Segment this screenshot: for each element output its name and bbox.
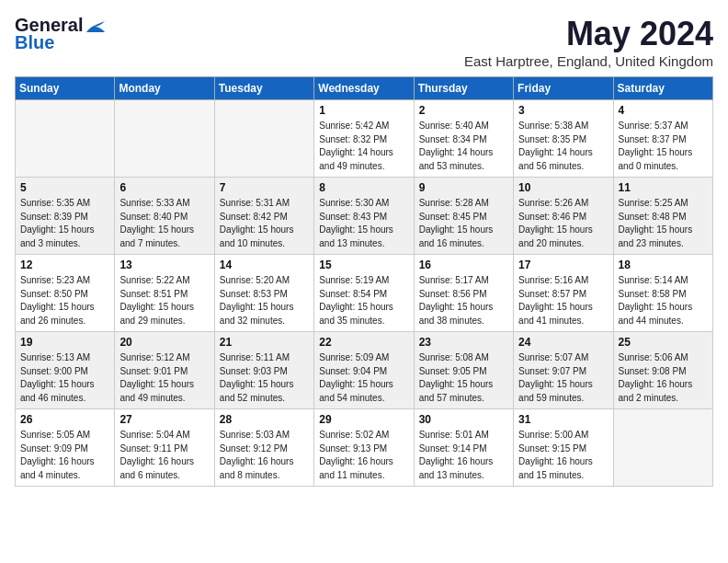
title-block: May 2024 East Harptree, England, United …: [464, 15, 713, 69]
header-saturday: Saturday: [613, 77, 712, 100]
day-number: 30: [419, 413, 508, 426]
calendar-week-row: 5Sunrise: 5:35 AMSunset: 8:39 PMDaylight…: [16, 178, 713, 255]
calendar-cell: [115, 100, 214, 178]
sunset-text: Sunset: 9:03 PM: [220, 365, 309, 379]
sunrise-text: Sunrise: 5:08 AM: [419, 351, 508, 365]
cell-continuation-text: and 49 minutes.: [319, 160, 408, 174]
day-number: 19: [20, 336, 109, 349]
day-number: 15: [319, 259, 408, 271]
daylight-label: Daylight: 15 hours: [518, 301, 608, 315]
daylight-label: Daylight: 15 hours: [119, 378, 209, 392]
day-number: 28: [220, 413, 309, 426]
cell-continuation-text: and 0 minutes.: [619, 160, 708, 174]
sunset-text: Sunset: 9:14 PM: [419, 442, 508, 456]
cell-continuation-text: and 2 minutes.: [619, 392, 708, 406]
calendar-cell: 8Sunrise: 5:30 AMSunset: 8:43 PMDaylight…: [314, 178, 414, 255]
sunset-text: Sunset: 9:09 PM: [20, 442, 109, 456]
calendar-cell: 10Sunrise: 5:26 AMSunset: 8:46 PMDayligh…: [514, 178, 613, 255]
calendar-cell: 26Sunrise: 5:05 AMSunset: 9:09 PMDayligh…: [16, 409, 115, 487]
sunset-text: Sunset: 8:57 PM: [518, 288, 608, 302]
daylight-label: Daylight: 16 hours: [319, 455, 408, 469]
cell-continuation-text: and 52 minutes.: [220, 392, 309, 406]
day-number: 25: [619, 336, 708, 349]
calendar-week-row: 26Sunrise: 5:05 AMSunset: 9:09 PMDayligh…: [16, 409, 713, 487]
sunrise-text: Sunrise: 5:25 AM: [619, 197, 708, 211]
calendar-cell: 23Sunrise: 5:08 AMSunset: 9:05 PMDayligh…: [414, 332, 513, 409]
day-number: 6: [119, 181, 209, 194]
cell-continuation-text: and 11 minutes.: [319, 469, 408, 483]
sunset-text: Sunset: 8:34 PM: [419, 133, 508, 147]
sunset-text: Sunset: 9:11 PM: [119, 442, 209, 456]
cell-continuation-text: and 23 minutes.: [619, 237, 708, 251]
calendar-week-row: 1Sunrise: 5:42 AMSunset: 8:32 PMDaylight…: [16, 100, 713, 178]
sunrise-text: Sunrise: 5:35 AM: [20, 197, 109, 211]
calendar-cell: 15Sunrise: 5:19 AMSunset: 8:54 PMDayligh…: [314, 255, 414, 332]
day-number: 18: [619, 259, 708, 271]
daylight-label: Daylight: 16 hours: [20, 455, 109, 469]
sunset-text: Sunset: 9:04 PM: [319, 365, 408, 379]
day-number: 24: [518, 336, 608, 349]
sunrise-text: Sunrise: 5:37 AM: [619, 120, 708, 133]
sunrise-text: Sunrise: 5:19 AM: [319, 274, 408, 288]
cell-continuation-text: and 16 minutes.: [419, 237, 508, 251]
cell-continuation-text: and 57 minutes.: [419, 392, 508, 406]
sunrise-text: Sunrise: 5:33 AM: [119, 197, 209, 211]
calendar-cell: 5Sunrise: 5:35 AMSunset: 8:39 PMDaylight…: [16, 178, 115, 255]
sunrise-text: Sunrise: 5:00 AM: [518, 429, 608, 442]
day-number: 11: [619, 181, 708, 194]
day-number: 27: [119, 413, 209, 426]
cell-continuation-text: and 10 minutes.: [220, 237, 309, 251]
sunset-text: Sunset: 9:05 PM: [419, 365, 508, 379]
sunrise-text: Sunrise: 5:20 AM: [220, 274, 309, 288]
daylight-label: Daylight: 15 hours: [20, 224, 109, 237]
cell-continuation-text: and 53 minutes.: [419, 160, 508, 174]
sunrise-text: Sunrise: 5:31 AM: [220, 197, 309, 211]
sunrise-text: Sunrise: 5:06 AM: [619, 351, 708, 365]
daylight-label: Daylight: 15 hours: [619, 224, 708, 237]
day-number: 17: [518, 259, 608, 271]
sunset-text: Sunset: 9:07 PM: [518, 365, 608, 379]
calendar-cell: 16Sunrise: 5:17 AMSunset: 8:56 PMDayligh…: [414, 255, 513, 332]
cell-continuation-text: and 15 minutes.: [518, 469, 608, 483]
sunrise-text: Sunrise: 5:09 AM: [319, 351, 408, 365]
day-number: 5: [20, 181, 109, 194]
cell-continuation-text: and 8 minutes.: [220, 469, 309, 483]
sunset-text: Sunset: 9:01 PM: [119, 365, 209, 379]
calendar-cell: 18Sunrise: 5:14 AMSunset: 8:58 PMDayligh…: [613, 255, 712, 332]
day-number: 31: [518, 413, 608, 426]
sunrise-text: Sunrise: 5:14 AM: [619, 274, 708, 288]
sunset-text: Sunset: 8:43 PM: [319, 211, 408, 224]
location-subtitle: East Harptree, England, United Kingdom: [464, 53, 713, 69]
header-thursday: Thursday: [414, 77, 513, 100]
day-number: 20: [119, 336, 209, 349]
sunset-text: Sunset: 9:12 PM: [220, 442, 309, 456]
day-number: 22: [319, 336, 408, 349]
calendar-header-row: SundayMondayTuesdayWednesdayThursdayFrid…: [16, 77, 713, 100]
sunrise-text: Sunrise: 5:22 AM: [119, 274, 209, 288]
calendar-cell: 9Sunrise: 5:28 AMSunset: 8:45 PMDaylight…: [414, 178, 513, 255]
sunset-text: Sunset: 9:13 PM: [319, 442, 408, 456]
day-number: 14: [220, 259, 309, 271]
sunrise-text: Sunrise: 5:02 AM: [319, 429, 408, 442]
calendar-cell: 29Sunrise: 5:02 AMSunset: 9:13 PMDayligh…: [314, 409, 414, 487]
day-number: 8: [319, 181, 408, 194]
daylight-label: Daylight: 16 hours: [119, 455, 209, 469]
calendar-cell: 24Sunrise: 5:07 AMSunset: 9:07 PMDayligh…: [514, 332, 613, 409]
sunrise-text: Sunrise: 5:40 AM: [419, 120, 508, 133]
day-number: 9: [419, 181, 508, 194]
calendar-cell: 7Sunrise: 5:31 AMSunset: 8:42 PMDaylight…: [214, 178, 313, 255]
calendar-cell: 30Sunrise: 5:01 AMSunset: 9:14 PMDayligh…: [414, 409, 513, 487]
sunrise-text: Sunrise: 5:12 AM: [119, 351, 209, 365]
sunrise-text: Sunrise: 5:13 AM: [20, 351, 109, 365]
logo: General Blue: [15, 15, 105, 53]
daylight-label: Daylight: 15 hours: [419, 301, 508, 315]
cell-continuation-text: and 46 minutes.: [20, 392, 109, 406]
cell-continuation-text: and 32 minutes.: [220, 315, 309, 328]
calendar-table: SundayMondayTuesdayWednesdayThursdayFrid…: [15, 76, 713, 487]
daylight-label: Daylight: 14 hours: [419, 146, 508, 160]
daylight-label: Daylight: 15 hours: [20, 301, 109, 315]
sunrise-text: Sunrise: 5:11 AM: [220, 351, 309, 365]
calendar-cell: 19Sunrise: 5:13 AMSunset: 9:00 PMDayligh…: [16, 332, 115, 409]
sunset-text: Sunset: 8:40 PM: [119, 211, 209, 224]
sunset-text: Sunset: 8:39 PM: [20, 211, 109, 224]
